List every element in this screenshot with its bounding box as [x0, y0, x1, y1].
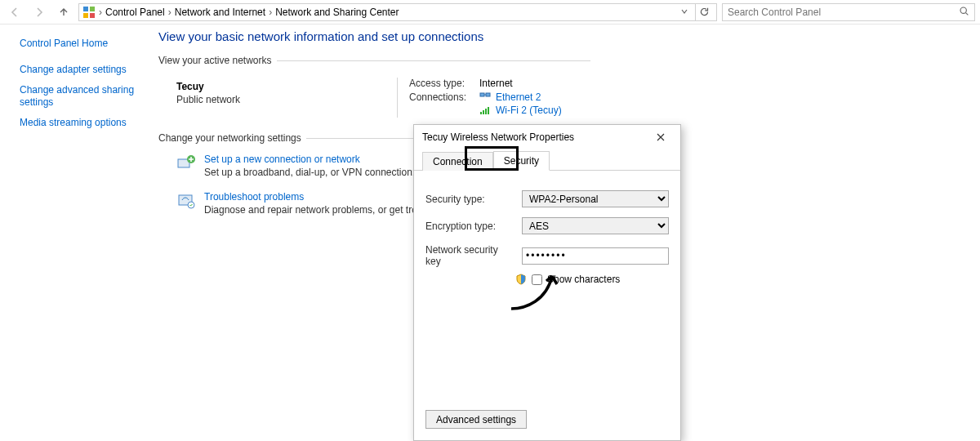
- connection-ethernet-link[interactable]: Ethernet 2: [496, 91, 541, 103]
- svg-point-4: [960, 7, 966, 13]
- section-header-label: Change your networking settings: [158, 132, 301, 144]
- nav-back-button[interactable]: [5, 2, 24, 22]
- nav-up-button[interactable]: [54, 2, 74, 22]
- svg-rect-11: [485, 109, 487, 114]
- uac-shield-icon: [515, 274, 527, 285]
- page-title: View your basic network information and …: [158, 29, 980, 43]
- svg-rect-0: [83, 7, 88, 11]
- security-type-label: Security type:: [425, 194, 515, 205]
- search-input[interactable]: [728, 7, 959, 18]
- sidebar: Control Panel Home Change adapter settin…: [0, 24, 155, 225]
- troubleshoot-icon: [176, 191, 196, 211]
- svg-line-5: [966, 12, 969, 15]
- access-type-label: Access type:: [409, 78, 474, 89]
- tab-connection[interactable]: Connection: [422, 152, 493, 171]
- address-dropdown-button[interactable]: [677, 7, 692, 18]
- svg-rect-2: [83, 13, 88, 18]
- wifi-icon: [479, 105, 491, 115]
- show-characters-label: Show characters: [547, 274, 620, 285]
- breadcrumb-control-panel[interactable]: Control Panel: [105, 7, 165, 18]
- section-header-label: View your active networks: [158, 55, 272, 66]
- encryption-type-select[interactable]: AES: [522, 217, 669, 234]
- svg-rect-1: [90, 7, 95, 11]
- dialog-tabs: Connection Security: [414, 149, 680, 171]
- network-key-label: Network security key: [425, 244, 515, 267]
- access-type-value: Internet: [479, 78, 513, 89]
- sidebar-link-media-streaming[interactable]: Media streaming options: [20, 117, 145, 129]
- encryption-type-label: Encryption type:: [425, 220, 515, 232]
- sidebar-link-adapter-settings[interactable]: Change adapter settings: [20, 64, 145, 76]
- control-panel-icon: [82, 6, 96, 19]
- show-characters-checkbox[interactable]: [532, 274, 542, 285]
- ethernet-icon: [479, 91, 491, 103]
- svg-rect-7: [486, 93, 490, 96]
- dialog-titlebar[interactable]: Tecuy Wireless Network Properties: [414, 125, 680, 149]
- new-connection-icon: [176, 154, 196, 173]
- connection-wifi-link[interactable]: Wi-Fi 2 (Tecuy): [496, 105, 562, 116]
- svg-rect-12: [488, 107, 489, 114]
- sidebar-home-link[interactable]: Control Panel Home: [20, 38, 145, 49]
- chevron-right-icon: ›: [269, 7, 272, 18]
- search-icon: [959, 6, 969, 19]
- svg-rect-9: [480, 112, 482, 114]
- breadcrumb: › Control Panel › Network and Internet ›…: [78, 3, 717, 21]
- chevron-right-icon: ›: [99, 7, 102, 18]
- network-name: Tecuy: [176, 81, 397, 92]
- wifi-properties-dialog: Tecuy Wireless Network Properties Connec…: [413, 124, 681, 441]
- address-bar: › Control Panel › Network and Internet ›…: [0, 0, 980, 24]
- svg-rect-10: [483, 110, 484, 114]
- network-key-input[interactable]: [522, 247, 669, 265]
- security-type-select[interactable]: WPA2-Personal: [522, 190, 669, 207]
- refresh-button[interactable]: [695, 3, 713, 21]
- breadcrumb-network-internet[interactable]: Network and Internet: [175, 7, 265, 18]
- nav-forward-button[interactable]: [29, 2, 49, 22]
- breadcrumb-network-sharing-center[interactable]: Network and Sharing Center: [275, 7, 399, 18]
- svg-rect-3: [90, 13, 95, 18]
- divider: [277, 60, 590, 61]
- sidebar-link-advanced-sharing[interactable]: Change advanced sharing settings: [20, 84, 145, 109]
- tab-security[interactable]: Security: [493, 151, 550, 171]
- search-box[interactable]: [722, 3, 975, 21]
- connections-label: Connections:: [409, 91, 474, 103]
- advanced-settings-button[interactable]: Advanced settings: [425, 410, 527, 429]
- chevron-right-icon: ›: [168, 7, 172, 18]
- network-type: Public network: [176, 94, 397, 105]
- close-button[interactable]: [644, 127, 677, 148]
- dialog-title: Tecuy Wireless Network Properties: [422, 131, 644, 143]
- section-header-active-networks: View your active networks: [158, 55, 980, 66]
- active-networks-panel: Tecuy Public network Access type: Intern…: [158, 69, 980, 132]
- svg-rect-6: [480, 93, 484, 96]
